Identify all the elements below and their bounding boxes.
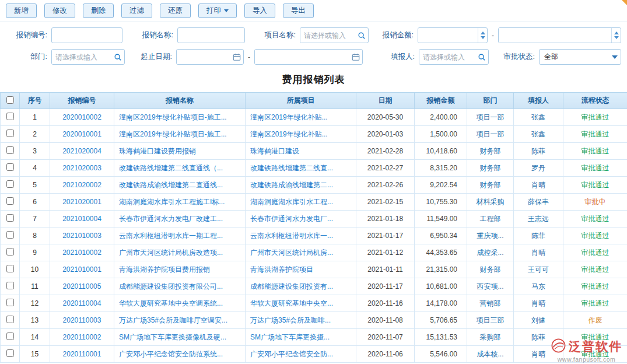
calendar-icon[interactable] — [230, 50, 243, 64]
toolbar-button-print[interactable]: 打印 — [198, 4, 237, 18]
search-icon[interactable] — [355, 28, 368, 43]
project-link[interactable]: 改建铁路线增建第二线直... — [250, 164, 333, 172]
project-name-input[interactable] — [300, 28, 355, 43]
project-link[interactable]: SM广场地下车库更换摄... — [250, 333, 330, 341]
date-start-picker[interactable] — [176, 49, 244, 65]
reimburse-name-link[interactable]: 改建铁路成渝线增建第二直通线... — [119, 181, 223, 189]
reimburse-no-input[interactable] — [51, 27, 122, 43]
row-checkbox[interactable] — [6, 231, 14, 239]
project-link[interactable]: 广安邓小平纪念馆安全防... — [250, 350, 333, 358]
row-checkbox[interactable] — [6, 299, 14, 306]
date-end-picker[interactable] — [254, 49, 363, 65]
reimburse-name-link[interactable]: 珠海鹤港口建设费用报销 — [119, 147, 196, 155]
reimburse-code-link[interactable]: 2020110005 — [63, 282, 101, 290]
reimburse-code-link[interactable]: 2020110003 — [63, 316, 101, 324]
project-link[interactable]: 青海洪湖养护院项目 — [250, 265, 313, 274]
project-link[interactable]: 潼南区2019年绿化补贴... — [250, 113, 328, 121]
toolbar-button-export[interactable]: 导出 — [283, 4, 314, 18]
toolbar-button-restore[interactable]: 还原 — [160, 4, 191, 18]
reimburse-name-link[interactable]: 潼南区2019年绿化补贴项目-施工... — [119, 130, 227, 138]
reimburse-code-link[interactable]: 2020010001 — [62, 130, 101, 138]
row-checkbox[interactable] — [6, 214, 14, 222]
reimburse-code-link[interactable]: 2021010004 — [62, 215, 101, 223]
table-row: 122020110004华软大厦研究基地中央空调系统...华软大厦研究基地中央空… — [1, 295, 627, 312]
reimburse-name-link[interactable]: 万达广场35#会所及咖啡厅空调安... — [119, 316, 227, 324]
reimburse-code-link[interactable]: 2020110004 — [63, 299, 101, 307]
row-status-cell: 审批通过 — [563, 143, 627, 160]
chevron-down-icon[interactable] — [609, 50, 621, 64]
reimburse-name-input[interactable] — [177, 27, 245, 43]
project-link[interactable]: 广州市天河区统计局机房... — [250, 249, 333, 257]
amount-max-input[interactable] — [499, 28, 611, 43]
reimburse-name-link[interactable]: SM广场地下车库更换摄像机及硬... — [119, 333, 226, 341]
dept-input[interactable] — [52, 50, 111, 64]
project-link[interactable]: 成都能源建设集团投资有... — [250, 282, 333, 290]
reimburse-code-link[interactable]: 2021010001 — [62, 265, 101, 274]
reimburse-name-link[interactable]: 华软大厦研究基地中央空调系统... — [119, 299, 223, 307]
amount-min-spinner[interactable] — [418, 27, 488, 43]
reimburse-name-link[interactable]: 改建铁路线增建第二线直通线（... — [119, 164, 223, 172]
search-icon[interactable] — [111, 50, 124, 64]
toolbar-button-delete[interactable]: 删除 — [83, 4, 114, 18]
row-checkbox[interactable] — [6, 113, 14, 120]
row-checkbox[interactable] — [6, 163, 14, 171]
row-checkbox[interactable] — [6, 130, 14, 137]
toolbar-button-modify[interactable]: 修改 — [44, 4, 75, 18]
row-checkbox[interactable] — [6, 349, 14, 357]
expense-table: 序号 报销编号 报销名称 所属项目 日期 报销金额 部门 填报人 流程状态 12… — [0, 92, 627, 363]
project-link[interactable]: 湖南洞庭湖水库引水工程... — [250, 198, 333, 206]
date-start-input[interactable] — [177, 50, 230, 64]
row-code-cell: 2020110001 — [50, 346, 114, 363]
row-checkbox[interactable] — [6, 265, 14, 272]
reimburse-code-link[interactable]: 2020010002 — [62, 113, 101, 121]
row-checkbox[interactable] — [6, 197, 14, 205]
row-checkbox[interactable] — [6, 248, 14, 256]
toolbar-button-add[interactable]: 新增 — [6, 4, 37, 18]
spinner-arrows-icon[interactable] — [478, 28, 487, 43]
project-link[interactable]: 万达广场35#会所及咖啡... — [250, 316, 331, 324]
project-link[interactable]: 华软大厦研究基地中央空... — [250, 299, 333, 307]
reimburse-name-link[interactable]: 广州市天河区统计局机房改造项... — [119, 249, 223, 257]
reimburse-name-link[interactable]: 青海洪湖养护院项目费用报销 — [119, 265, 210, 274]
toolbar-button-import[interactable]: 导入 — [244, 4, 275, 18]
date-end-input[interactable] — [255, 50, 349, 64]
row-project-cell: 湖南洞庭湖水库引水工程... — [246, 194, 356, 211]
approval-status-select[interactable]: 全部 — [539, 49, 621, 65]
reimburse-code-link[interactable]: 2021020003 — [62, 164, 101, 172]
reporter-picker[interactable] — [419, 49, 489, 65]
reporter-input[interactable] — [419, 50, 475, 64]
reimburse-name-link[interactable]: 湖南洞庭湖水库引水工程施工I标... — [119, 198, 225, 206]
row-checkbox[interactable] — [6, 180, 14, 188]
calendar-icon[interactable] — [349, 50, 362, 64]
row-reporter-cell: 肖晴 — [514, 177, 563, 194]
row-checkbox[interactable] — [6, 316, 14, 323]
spinner-arrows-icon[interactable] — [611, 28, 621, 43]
reimburse-name-link[interactable]: 广安邓小平纪念馆安全防范系统... — [119, 350, 223, 358]
reimburse-name-link[interactable]: 潼南区2019年绿化补贴项目-施工... — [119, 113, 227, 121]
project-link[interactable]: 珠海鹤港口建设 — [250, 147, 299, 155]
project-link[interactable]: 改建铁路成渝线增建第二... — [250, 181, 333, 189]
project-name-picker[interactable] — [300, 27, 369, 43]
toolbar-button-filter[interactable]: 过滤 — [121, 4, 152, 18]
project-link[interactable]: 云南水利枢纽潜明水库一... — [250, 232, 333, 240]
reimburse-name-link[interactable]: 云南水利枢纽潜明水库一期工程... — [119, 232, 223, 240]
row-checkbox[interactable] — [6, 282, 14, 289]
reimburse-code-link[interactable]: 2021020004 — [62, 147, 101, 155]
reimburse-code-link[interactable]: 2021010003 — [62, 232, 101, 240]
project-link[interactable]: 长春市伊通河水力发电厂... — [250, 215, 333, 223]
row-checkbox[interactable] — [6, 332, 14, 340]
reimburse-code-link[interactable]: 2021020001 — [62, 198, 101, 206]
search-icon[interactable] — [475, 50, 488, 64]
amount-min-input[interactable] — [418, 28, 478, 43]
reimburse-code-link[interactable]: 2021020002 — [62, 181, 101, 189]
reimburse-name-link[interactable]: 长春市伊通河水力发电厂改建工... — [119, 215, 223, 223]
row-checkbox[interactable] — [6, 146, 14, 154]
reimburse-code-link[interactable]: 2020110001 — [63, 350, 101, 358]
reimburse-name-link[interactable]: 成都能源建设集团投资有限公司... — [119, 282, 223, 290]
select-all-checkbox[interactable] — [6, 96, 14, 104]
reimburse-code-link[interactable]: 2021010002 — [62, 249, 101, 257]
reimburse-code-link[interactable]: 2020110002 — [63, 333, 101, 341]
amount-max-spinner[interactable] — [498, 27, 621, 43]
project-link[interactable]: 潼南区2019年绿化补贴... — [250, 130, 328, 138]
dept-picker[interactable] — [51, 49, 125, 65]
